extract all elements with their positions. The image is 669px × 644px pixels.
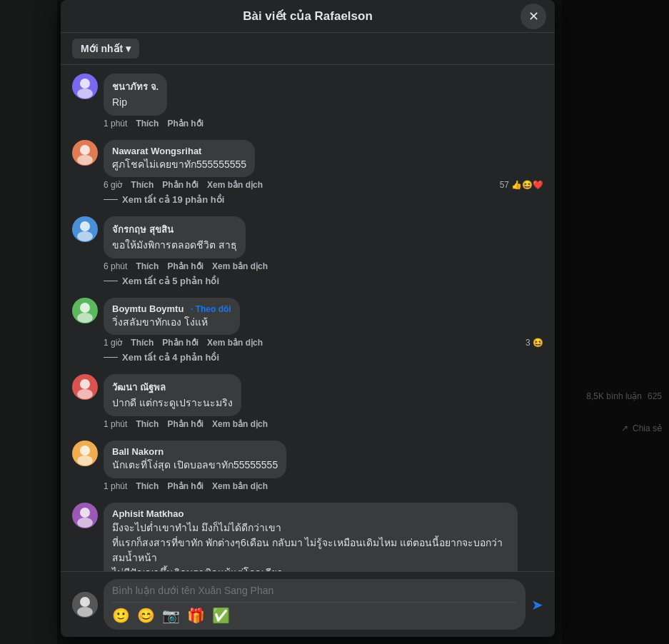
- reaction-count: 57 👍😆❤️: [500, 180, 543, 190]
- filter-label: Mới nhất: [81, 43, 123, 54]
- send-icon: ➤: [531, 597, 543, 613]
- close-button[interactable]: ✕: [520, 4, 546, 29]
- reaction-count: 3 😆: [525, 338, 543, 348]
- commenter-name: จักรกฤษ สุขสิน: [112, 222, 237, 237]
- comment-item: Boymtu Boymtu · Theo dõi วิ่งสลัมขาทักเอ…: [72, 298, 543, 363]
- comment-actions: 6 giờ Thích Phản hồi Xem bản dịch 57 👍😆❤…: [104, 180, 543, 190]
- comment-item: ชนาภัทร จ. Rip 1 phút Thích Phản hồi: [72, 74, 543, 129]
- comment-text: ขอให้มังพิการตลอดชีวิต สาธุ: [112, 238, 237, 253]
- svg-point-15: [80, 597, 90, 607]
- avatar: [72, 374, 98, 400]
- avatar: [72, 441, 98, 466]
- commenter-name: วัฒนา ณัฐพล: [112, 380, 233, 395]
- comment-item: Ball Nakorn นักเตะที่โง่สุด เปิดบอลขาทัก…: [72, 441, 543, 491]
- comment-item: จักรกฤษ สุขสิน ขอให้มังพิการตลอดชีวิต สา…: [72, 216, 543, 286]
- like-button[interactable]: Thích: [136, 261, 159, 271]
- comment-text: ปากดี แต่กระดูเปราะนะมริง: [112, 396, 233, 411]
- check-icon[interactable]: ✅: [212, 607, 230, 624]
- view-replies-button[interactable]: Xem tất cả 4 phản hồi: [104, 352, 543, 363]
- comment-input-wrapper: 🙂 😊 📷 🎁 ✅: [104, 579, 525, 630]
- avatar: [72, 503, 98, 528]
- send-button[interactable]: ➤: [531, 596, 543, 613]
- comment-actions: 1 giờ Thích Phản hồi Xem bản dịch 3 😆: [104, 338, 543, 348]
- reply-button[interactable]: Phản hồi: [167, 119, 203, 129]
- camera-icon[interactable]: 📷: [162, 607, 180, 624]
- commenter-name: Nawarat Wongsrihat: [112, 146, 246, 156]
- comment-time: 1 phút: [104, 119, 127, 129]
- avatar: [72, 216, 98, 242]
- comment-text: ศูภโชคไม่เคยขาทัก555555555: [112, 158, 246, 172]
- comment-text: วิ่งสลัมขาทักเอง โง่แห้: [112, 316, 231, 330]
- comment-time: 6 giờ: [104, 180, 122, 190]
- commenter-name: ชนาภัทร จ.: [112, 79, 159, 94]
- comment-bubble: Aphisit Matkhao มึงจะไปต่ำเขาทำไม มึงก็ไ…: [104, 503, 518, 571]
- comment-item: วัฒนา ณัฐพล ปากดี แต่กระดูเปราะนะมริง 1 …: [72, 374, 543, 429]
- reply-button[interactable]: Phản hồi: [162, 180, 198, 190]
- svg-point-5: [77, 231, 93, 241]
- filter-bar: Mới nhất ▾: [61, 33, 555, 65]
- svg-point-10: [80, 446, 90, 456]
- reply-button[interactable]: Phản hồi: [167, 419, 203, 429]
- view-replies-button[interactable]: Xem tất cả 5 phản hồi: [104, 276, 543, 286]
- avatar: [72, 74, 98, 99]
- emoji-icon[interactable]: 🙂: [112, 607, 130, 624]
- comment-text: นักเตะที่โง่สุด เปิดบอลขาทัก55555555: [112, 458, 278, 473]
- svg-point-13: [77, 518, 93, 528]
- close-icon: ✕: [528, 9, 539, 24]
- comment-bubble: จักรกฤษ สุขสิน ขอให้มังพิการตลอดชีวิต สา…: [104, 216, 246, 258]
- translate-button[interactable]: Xem bản dịch: [212, 261, 268, 271]
- comment-bubble: Ball Nakorn นักเตะที่โง่สุด เปิดบอลขาทัก…: [104, 441, 286, 478]
- input-toolbar: 🙂 😊 📷 🎁 ✅: [112, 602, 517, 624]
- like-button[interactable]: Thích: [136, 481, 159, 491]
- comments-list[interactable]: ชนาภัทร จ. Rip 1 phút Thích Phản hồi Naw…: [61, 65, 555, 571]
- modal-title: Bài viết của Rafaelson: [243, 9, 373, 24]
- like-button[interactable]: Thích: [136, 419, 159, 429]
- svg-point-12: [80, 508, 90, 518]
- svg-point-6: [80, 303, 90, 313]
- svg-point-0: [80, 79, 90, 89]
- commenter-name: Ball Nakorn: [112, 446, 278, 457]
- translate-button[interactable]: Xem bản dịch: [207, 180, 263, 190]
- comment-time: 1 giờ: [104, 338, 122, 348]
- view-replies-button[interactable]: Xem tất cả 19 phản hồi: [104, 194, 543, 205]
- like-button[interactable]: Thích: [136, 119, 159, 129]
- comment-time: 6 phút: [104, 261, 127, 271]
- translate-button[interactable]: Xem bản dịch: [212, 419, 268, 429]
- reply-button[interactable]: Phản hồi: [167, 481, 203, 491]
- svg-point-2: [80, 145, 90, 155]
- like-button[interactable]: Thích: [131, 338, 154, 348]
- follow-tag: · Theo dõi: [191, 304, 231, 314]
- comment-actions: 6 phút Thích Phản hồi Xem bản dịch: [104, 261, 543, 271]
- comment-time: 1 phút: [104, 419, 127, 429]
- svg-point-4: [80, 221, 90, 231]
- modal-header: Bài viết của Rafaelson ✕: [61, 0, 555, 33]
- translate-button[interactable]: Xem bản dịch: [207, 338, 263, 348]
- comment-text: Rip: [112, 96, 159, 110]
- reply-button[interactable]: Phản hồi: [162, 338, 198, 348]
- sticker-icon[interactable]: 😊: [137, 607, 155, 624]
- chevron-down-icon: ▾: [126, 43, 131, 54]
- svg-point-8: [80, 379, 90, 389]
- comment-actions: 1 phút Thích Phản hồi Xem bản dịch: [104, 481, 543, 491]
- avatar: [72, 298, 98, 323]
- comment-bubble: ชนาภัทร จ. Rip: [104, 74, 167, 116]
- comment-item: Nawarat Wongsrihat ศูภโชคไม่เคยขาทัก5555…: [72, 140, 543, 206]
- filter-newest-button[interactable]: Mới nhất ▾: [72, 39, 139, 59]
- svg-point-16: [77, 607, 93, 617]
- translate-button[interactable]: Xem bản dịch: [212, 481, 268, 491]
- comment-input[interactable]: [112, 585, 517, 596]
- current-user-avatar: [72, 592, 98, 618]
- comment-actions: 1 phút Thích Phản hồi: [104, 119, 543, 129]
- like-button[interactable]: Thích: [131, 180, 154, 190]
- reply-button[interactable]: Phản hồi: [167, 261, 203, 271]
- comment-item: Aphisit Matkhao มึงจะไปต่ำเขาทำไม มึงก็ไ…: [72, 503, 543, 571]
- gift-icon[interactable]: 🎁: [187, 607, 205, 624]
- svg-point-9: [77, 389, 93, 399]
- svg-point-7: [77, 313, 93, 323]
- comment-text: มึงจะไปต่ำเขาทำไม มึงก็ไม่ได้ดีกว่าเขา ท…: [112, 520, 509, 571]
- comment-bubble: Nawarat Wongsrihat ศูภโชคไม่เคยขาทัก5555…: [104, 140, 255, 178]
- commenter-name: Aphisit Matkhao: [112, 508, 509, 519]
- svg-point-1: [77, 89, 93, 99]
- svg-point-3: [77, 155, 93, 165]
- comment-actions: 1 phút Thích Phản hồi Xem bản dịch: [104, 419, 543, 429]
